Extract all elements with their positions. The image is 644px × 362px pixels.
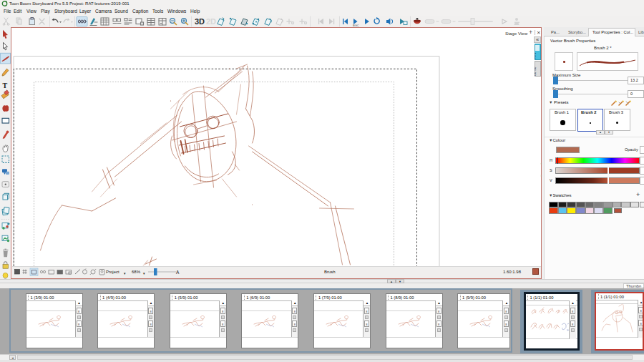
svg-text:2D: 2D xyxy=(206,17,216,26)
svg-text:A≡V: A≡V xyxy=(535,52,537,59)
svg-text:86 98: 86 98 xyxy=(535,67,537,76)
svg-text:T: T xyxy=(3,82,8,89)
svg-text:3D: 3D xyxy=(195,17,205,26)
